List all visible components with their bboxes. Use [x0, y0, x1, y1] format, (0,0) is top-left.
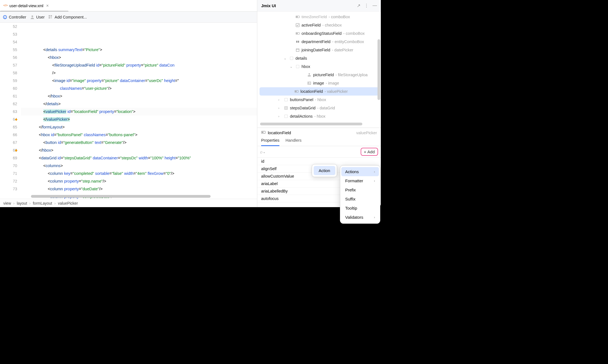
chevron-icon[interactable]: ⌄	[284, 57, 288, 60]
box-icon	[284, 97, 288, 102]
tree-node-label: activeField	[302, 23, 321, 27]
selected-component-type: valuePicker	[356, 131, 377, 135]
component-tree[interactable]: timeZoneField - comboBox activeField - c…	[257, 12, 381, 122]
tree-node-label: image	[313, 81, 324, 85]
controller-button[interactable]: C Controller	[3, 15, 26, 19]
tree-node[interactable]: ⌄ details	[257, 54, 381, 62]
box-icon	[289, 56, 294, 60]
chevron-right-icon: ›	[374, 170, 375, 174]
tree-node[interactable]: onboardingStatusField - comboBox	[257, 29, 381, 38]
chevron-icon[interactable]: ›	[278, 106, 282, 110]
tree-node[interactable]: joiningDateField - datePicker	[257, 46, 381, 54]
file-tab[interactable]: </> user-detail-view.xml ×	[0, 0, 52, 11]
user-button[interactable]: User	[30, 15, 45, 19]
menu-item[interactable]: Validators›	[341, 213, 379, 222]
grid-icon	[284, 106, 288, 110]
property-name: allowCustomValue	[261, 174, 294, 178]
svg-text:</>: </>	[3, 4, 8, 7]
menu-item[interactable]: Tooltip	[341, 204, 379, 213]
controller-icon: C	[3, 15, 7, 19]
add-dropdown-menu: Actions› Formatter› Prefix Suffix Toolti…	[340, 165, 380, 224]
svg-rect-18	[308, 76, 311, 77]
date-icon	[295, 48, 300, 52]
tree-node-label: details	[295, 56, 307, 60]
add-submenu-action: Action	[312, 164, 337, 177]
box-icon	[284, 114, 288, 118]
tree-node-type: - valuePicker	[324, 89, 348, 94]
pop-out-icon[interactable]: ↗	[357, 3, 360, 8]
property-name: autofocus	[261, 196, 279, 201]
svg-rect-17	[296, 65, 299, 68]
menu-item-action[interactable]: Action	[314, 166, 335, 175]
svg-text:C: C	[4, 16, 6, 19]
add-component-icon	[48, 15, 53, 19]
tree-node-label: timeZoneField	[302, 15, 327, 19]
tree-node-type: - dataGrid	[317, 106, 335, 110]
line-gutter: 525354555657585960616263◆64656667◆686970…	[0, 23, 21, 199]
breadcrumb-item[interactable]: layout	[17, 201, 27, 205]
svg-rect-13	[298, 41, 299, 43]
chevron-right-icon: ›	[374, 179, 375, 183]
menu-item[interactable]: Actions›	[341, 167, 379, 176]
tree-node-label: stepsDataGrid	[290, 106, 316, 110]
chevron-icon[interactable]: ⌄	[290, 65, 294, 68]
svg-rect-12	[296, 41, 297, 43]
tree-horizontal-scrollbar[interactable]	[260, 123, 362, 125]
property-name: id	[261, 159, 264, 163]
field-icon	[294, 89, 299, 94]
tab-properties[interactable]: Properties	[261, 138, 279, 146]
breadcrumb-item[interactable]: valuePicker	[58, 201, 78, 205]
tree-node-type: - hbox	[315, 97, 326, 102]
svg-rect-9	[296, 23, 299, 27]
field-icon	[295, 15, 300, 19]
breadcrumb-item[interactable]: view	[3, 201, 11, 205]
property-name: ariaLabel	[261, 181, 278, 186]
breadcrumb-item[interactable]: formLayout	[33, 201, 52, 205]
tree-node[interactable]: image - image	[257, 79, 381, 87]
tree-node-label: onboardingStatusField	[302, 31, 342, 36]
tree-node[interactable]: › stepsDataGrid - dataGrid	[257, 104, 381, 112]
entity-icon	[295, 39, 300, 44]
menu-item[interactable]: Suffix	[341, 194, 379, 204]
tree-node-type: - comboBox	[343, 31, 365, 36]
tree-node[interactable]: activeField - checkbox	[257, 21, 381, 29]
tree-node[interactable]: pictureField - fileStorageUploa	[257, 71, 381, 79]
close-tab-icon[interactable]: ×	[46, 3, 49, 8]
properties-search-input[interactable]	[266, 149, 361, 155]
svg-rect-8	[297, 16, 298, 17]
chevron-icon[interactable]: ›	[278, 115, 282, 118]
panel-title: Jmix UI	[261, 3, 276, 8]
tree-node-type: - hbox	[314, 114, 325, 118]
field-icon	[295, 31, 300, 36]
tab-handlers[interactable]: Handlers	[285, 138, 302, 146]
plus-icon: +	[364, 149, 366, 154]
add-button[interactable]: + Add	[361, 148, 378, 156]
tree-node-type: - checkbox	[322, 23, 342, 27]
minimize-icon[interactable]: —	[373, 3, 377, 8]
svg-rect-22	[295, 91, 297, 92]
tree-node[interactable]: › buttonsPanel - hbox	[257, 96, 381, 104]
svg-rect-5	[51, 15, 52, 17]
tree-node[interactable]: departmentField - entityComboBox	[257, 38, 381, 46]
tree-vertical-scrollbar[interactable]	[378, 39, 380, 100]
svg-rect-4	[49, 15, 50, 17]
chevron-icon[interactable]: ›	[278, 98, 282, 101]
tree-node-type: - image	[326, 81, 339, 85]
tree-node[interactable]: ⌄ hbox	[257, 62, 381, 71]
panel-menu-icon[interactable]: ⋮	[364, 3, 369, 8]
menu-item[interactable]: Prefix	[341, 185, 379, 194]
svg-rect-27	[285, 115, 288, 118]
tree-node-label: locationField	[300, 89, 323, 94]
svg-rect-11	[297, 33, 298, 34]
panel-header: Jmix UI ↗ ⋮ —	[257, 0, 381, 12]
tree-node[interactable]: locationField - valuePicker	[260, 87, 379, 96]
selected-component-name: locationField	[268, 130, 291, 135]
tree-node[interactable]: › detailActions - hbox	[257, 112, 381, 120]
tree-node-type: - datePicker	[332, 48, 353, 52]
menu-item[interactable]: Formatter›	[341, 176, 379, 185]
tree-node-label: detailActions	[290, 114, 313, 118]
svg-rect-14	[296, 49, 299, 52]
add-component-button[interactable]: Add Component...	[48, 15, 87, 19]
tree-node[interactable]: timeZoneField - comboBox	[257, 13, 381, 21]
editor-horizontal-scrollbar[interactable]	[31, 195, 211, 198]
